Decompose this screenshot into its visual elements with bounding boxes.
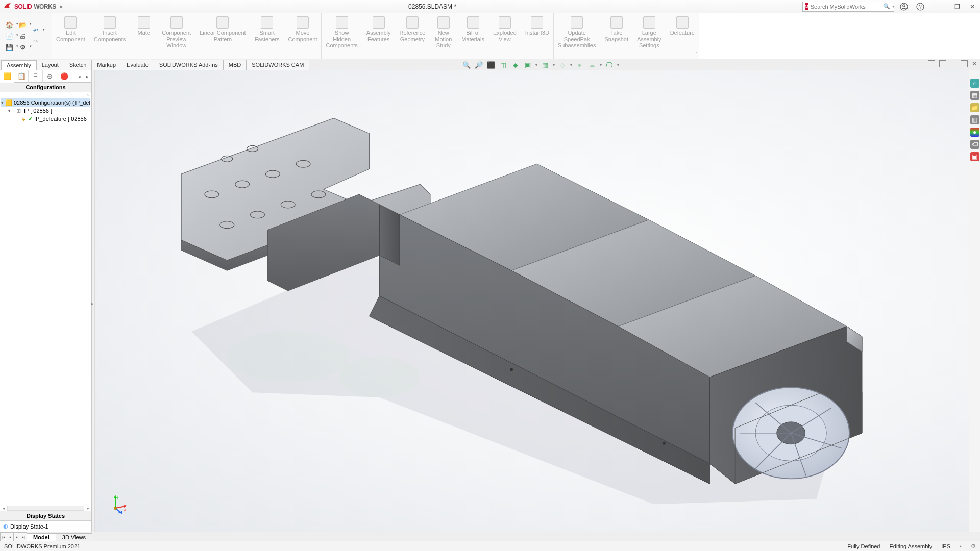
prev-view-icon[interactable]: ⬛: [486, 60, 496, 69]
ribbon-take[interactable]: TakeSnapshot: [600, 13, 632, 59]
panel-nav-left[interactable]: ◂: [75, 74, 83, 79]
ribbon-component[interactable]: ComponentPreviewWindow: [158, 13, 195, 59]
panel-tab-property[interactable]: 📋: [14, 70, 29, 83]
taskpane-view-palette-icon[interactable]: ▥: [970, 115, 979, 124]
taskpane-custom-props-icon[interactable]: 🏷: [970, 140, 979, 149]
status-settings-icon[interactable]: ⚙: [971, 543, 976, 549]
ribbon-item-icon: [373, 16, 385, 29]
motion-nav-next[interactable]: ▸: [13, 532, 20, 541]
print-button[interactable]: 🖨: [17, 31, 28, 41]
tab-layout[interactable]: Layout: [36, 60, 64, 70]
ribbon-item-icon: [104, 16, 116, 29]
splitter-handle-icon[interactable]: ▸: [91, 301, 94, 306]
options-button[interactable]: ⚙: [17, 42, 28, 53]
tab-assembly[interactable]: Assembly: [1, 60, 37, 70]
save-button[interactable]: 💾: [4, 42, 14, 53]
vp-close-button[interactable]: ✕: [972, 60, 977, 67]
ribbon-defeature[interactable]: Defeature: [666, 13, 699, 59]
dynamic-icon[interactable]: ◆: [511, 60, 520, 69]
zoom-fit-icon[interactable]: 🔍: [462, 60, 471, 69]
hide-show-icon[interactable]: ◇: [558, 60, 567, 69]
motion-nav-first[interactable]: |◂: [0, 532, 7, 541]
minimize-button[interactable]: —: [937, 2, 946, 11]
motion-nav-prev[interactable]: ◂: [7, 532, 14, 541]
user-icon[interactable]: [899, 2, 909, 11]
status-units[interactable]: IPS: [941, 543, 950, 549]
taskpane-design-lib-icon[interactable]: ▦: [970, 91, 979, 100]
panel-nav-right[interactable]: ▸: [83, 74, 91, 79]
tab-3dviews[interactable]: 3D Views: [56, 533, 92, 541]
twisty-icon[interactable]: ▾: [8, 108, 13, 113]
close-button[interactable]: ✕: [968, 2, 977, 11]
ribbon-update[interactable]: UpdateSpeedPakSubassemblies: [554, 13, 601, 59]
display-state-row[interactable]: ◐ Display State-1: [0, 521, 91, 532]
tree-child-1[interactable]: ▾ ⊞ IP [ 02856 ]: [1, 107, 90, 115]
ribbon-smart[interactable]: SmartFasteners: [251, 13, 284, 59]
ribbon-assembly[interactable]: AssemblyFeatures: [362, 13, 396, 59]
new-doc-button[interactable]: 📄: [4, 31, 14, 41]
display-style-icon[interactable]: ▦: [541, 60, 550, 69]
vp-min-button[interactable]: —: [950, 60, 957, 67]
taskpane-resources-icon[interactable]: ⌂: [970, 79, 979, 88]
ribbon-item-icon: [170, 16, 183, 29]
panel-hscroll[interactable]: ◂▸: [0, 505, 91, 511]
window-controls: — ❐ ✕: [937, 2, 977, 11]
panel-tab-config[interactable]: ᖷ: [29, 70, 43, 83]
vp-btn-2[interactable]: [939, 60, 946, 67]
tab-mbd[interactable]: MBD: [223, 60, 247, 70]
home-button[interactable]: 🏠: [4, 20, 14, 30]
twisty-icon[interactable]: ▾: [1, 100, 4, 105]
motion-nav-last[interactable]: ▸|: [20, 532, 27, 541]
app-logo: SOLIDWORKS ▸: [3, 1, 62, 12]
tree-root[interactable]: ▾ 🟨 02856 Configuration(s) (IP_defeat: [1, 98, 90, 107]
orientation-triad[interactable]: y x z: [107, 494, 128, 514]
tab-evaluate[interactable]: Evaluate: [121, 60, 154, 70]
graphics-viewport[interactable]: y x z: [95, 70, 969, 532]
tab-solidworks-add-ins[interactable]: SOLIDWORKS Add-Ins: [154, 60, 224, 70]
search-dropdown-icon[interactable]: ▾: [892, 4, 894, 9]
search-input[interactable]: [811, 4, 881, 10]
ribbon-bill-of[interactable]: Bill ofMaterials: [457, 13, 489, 59]
open-button[interactable]: 📂: [17, 20, 28, 30]
ribbon-exploded[interactable]: ExplodedView: [489, 13, 521, 59]
command-tabs: AssemblyLayoutSketchMarkupEvaluateSOLIDW…: [0, 59, 980, 70]
section-view-icon[interactable]: ◫: [499, 60, 508, 69]
ribbon-edit[interactable]: EditComponent: [52, 13, 90, 59]
units-dropdown-icon[interactable]: ▴: [960, 544, 962, 548]
tree-child-2[interactable]: ↳ ✔ IP_defeature [ 02856: [1, 115, 90, 123]
tab-solidworks-cam[interactable]: SOLIDWORKS CAM: [246, 60, 309, 70]
appearance-icon[interactable]: ●: [575, 60, 584, 69]
redo-button[interactable]: ↷: [31, 37, 41, 47]
ribbon-show[interactable]: ShowHiddenComponents: [322, 13, 362, 59]
vp-btn-1[interactable]: [928, 60, 935, 67]
ribbon-instant3d[interactable]: Instant3D: [521, 13, 554, 59]
zoom-area-icon[interactable]: 🔎: [474, 60, 483, 69]
taskpane-forum-icon[interactable]: ▣: [970, 152, 979, 161]
tab-sketch[interactable]: Sketch: [64, 60, 92, 70]
ribbon-mate[interactable]: Mate: [130, 13, 158, 59]
svg-point-17: [663, 442, 666, 445]
help-icon[interactable]: ?: [916, 2, 925, 11]
restore-button[interactable]: ❐: [952, 2, 962, 11]
undo-button[interactable]: ↶: [31, 26, 41, 36]
ribbon-linear-component[interactable]: Linear ComponentPattern: [195, 13, 251, 59]
vp-max-button[interactable]: [961, 60, 968, 67]
taskpane-file-explorer-icon[interactable]: 📁: [970, 103, 979, 112]
search-box[interactable]: M 🔍 ▾: [802, 2, 894, 12]
panel-tab-feature-tree[interactable]: 🟨: [0, 70, 14, 83]
panel-tab-dim[interactable]: ⊕: [43, 70, 57, 83]
ribbon-insert[interactable]: InsertComponents: [90, 13, 130, 59]
view-settings-icon[interactable]: 🖵: [605, 60, 614, 69]
ribbon-reference[interactable]: ReferenceGeometry: [396, 13, 430, 59]
tab-markup[interactable]: Markup: [91, 60, 121, 70]
ribbon-large[interactable]: LargeAssemblySettings: [633, 13, 666, 59]
tab-model[interactable]: Model: [27, 533, 56, 541]
scene-icon[interactable]: ☁: [587, 60, 597, 69]
ribbon-move[interactable]: MoveComponent: [284, 13, 322, 59]
panel-tab-display[interactable]: 🔴: [57, 70, 71, 83]
ribbon-new[interactable]: NewMotionStudy: [430, 13, 457, 59]
ribbon-collapse-icon[interactable]: ˆ: [696, 52, 697, 58]
taskpane-appearances-icon[interactable]: ●: [970, 128, 979, 137]
view-orient-icon[interactable]: ▣: [523, 60, 532, 69]
search-icon[interactable]: 🔍: [883, 3, 890, 10]
